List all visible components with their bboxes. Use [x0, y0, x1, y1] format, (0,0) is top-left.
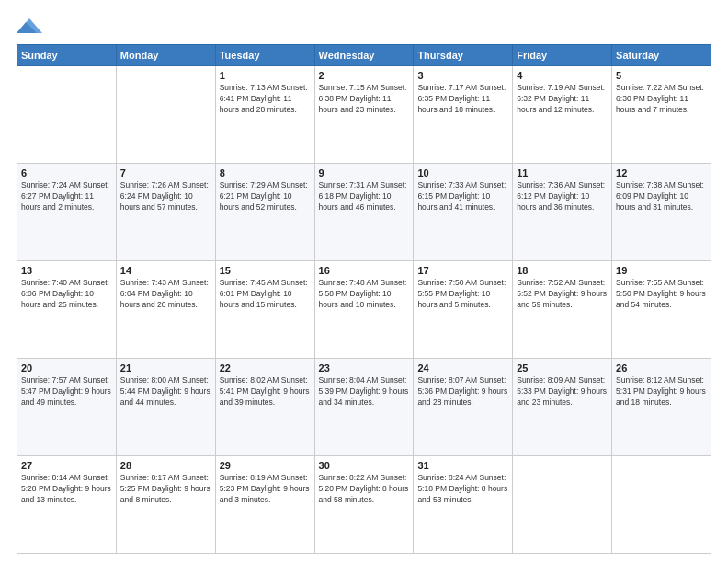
cell-content: Sunrise: 7:36 AM Sunset: 6:12 PM Dayligh…	[517, 180, 608, 213]
logo-icon	[17, 17, 42, 37]
calendar-table: SundayMondayTuesdayWednesdayThursdayFrid…	[17, 44, 711, 554]
calendar-cell: 10Sunrise: 7:33 AM Sunset: 6:15 PM Dayli…	[414, 164, 513, 261]
cell-content: Sunrise: 7:55 AM Sunset: 5:50 PM Dayligh…	[616, 278, 707, 311]
calendar-cell: 1Sunrise: 7:13 AM Sunset: 6:41 PM Daylig…	[215, 66, 314, 164]
calendar-week-0: 1Sunrise: 7:13 AM Sunset: 6:41 PM Daylig…	[17, 66, 711, 164]
cell-content: Sunrise: 7:19 AM Sunset: 6:32 PM Dayligh…	[517, 83, 608, 116]
day-number: 25	[517, 362, 608, 373]
calendar-cell: 9Sunrise: 7:31 AM Sunset: 6:18 PM Daylig…	[314, 164, 414, 261]
calendar-cell	[612, 456, 711, 554]
day-number: 13	[21, 265, 112, 276]
calendar-cell: 22Sunrise: 8:02 AM Sunset: 5:41 PM Dayli…	[215, 359, 314, 456]
calendar-cell: 18Sunrise: 7:52 AM Sunset: 5:52 PM Dayli…	[513, 261, 612, 359]
calendar-cell: 8Sunrise: 7:29 AM Sunset: 6:21 PM Daylig…	[215, 164, 314, 261]
cell-content: Sunrise: 7:45 AM Sunset: 6:01 PM Dayligh…	[220, 278, 311, 311]
cell-content: Sunrise: 7:57 AM Sunset: 5:47 PM Dayligh…	[21, 375, 112, 408]
day-number: 14	[120, 265, 211, 276]
cell-content: Sunrise: 7:26 AM Sunset: 6:24 PM Dayligh…	[120, 180, 211, 213]
calendar-cell: 29Sunrise: 8:19 AM Sunset: 5:23 PM Dayli…	[215, 456, 314, 554]
calendar-cell: 23Sunrise: 8:04 AM Sunset: 5:39 PM Dayli…	[314, 359, 414, 456]
calendar-cell: 20Sunrise: 7:57 AM Sunset: 5:47 PM Dayli…	[17, 359, 117, 456]
calendar-cell: 26Sunrise: 8:12 AM Sunset: 5:31 PM Dayli…	[612, 359, 711, 456]
cell-content: Sunrise: 7:33 AM Sunset: 6:15 PM Dayligh…	[417, 180, 508, 213]
day-number: 31	[417, 460, 508, 471]
calendar-cell: 5Sunrise: 7:22 AM Sunset: 6:30 PM Daylig…	[612, 66, 711, 164]
calendar-week-3: 20Sunrise: 7:57 AM Sunset: 5:47 PM Dayli…	[17, 359, 711, 456]
cell-content: Sunrise: 7:52 AM Sunset: 5:52 PM Dayligh…	[517, 278, 608, 311]
cell-content: Sunrise: 7:22 AM Sunset: 6:30 PM Dayligh…	[616, 83, 707, 116]
cell-content: Sunrise: 7:17 AM Sunset: 6:35 PM Dayligh…	[417, 83, 508, 116]
cell-content: Sunrise: 8:17 AM Sunset: 5:25 PM Dayligh…	[120, 473, 211, 506]
cell-content: Sunrise: 7:43 AM Sunset: 6:04 PM Dayligh…	[120, 278, 211, 311]
calendar-week-2: 13Sunrise: 7:40 AM Sunset: 6:06 PM Dayli…	[17, 261, 711, 359]
day-number: 24	[417, 362, 508, 373]
day-number: 20	[21, 362, 112, 373]
calendar-cell: 16Sunrise: 7:48 AM Sunset: 5:58 PM Dayli…	[314, 261, 414, 359]
day-number: 2	[319, 70, 410, 81]
cell-content: Sunrise: 7:15 AM Sunset: 6:38 PM Dayligh…	[319, 83, 410, 116]
calendar-cell: 17Sunrise: 7:50 AM Sunset: 5:55 PM Dayli…	[414, 261, 513, 359]
calendar-cell: 3Sunrise: 7:17 AM Sunset: 6:35 PM Daylig…	[414, 66, 513, 164]
day-number: 17	[417, 265, 508, 276]
day-number: 6	[21, 167, 112, 178]
day-number: 27	[21, 460, 112, 471]
day-number: 30	[319, 460, 410, 471]
cell-content: Sunrise: 8:00 AM Sunset: 5:44 PM Dayligh…	[120, 375, 211, 408]
calendar-cell: 28Sunrise: 8:17 AM Sunset: 5:25 PM Dayli…	[116, 456, 215, 554]
day-number: 10	[417, 167, 508, 178]
calendar-cell: 30Sunrise: 8:22 AM Sunset: 5:20 PM Dayli…	[314, 456, 414, 554]
cell-content: Sunrise: 8:12 AM Sunset: 5:31 PM Dayligh…	[616, 375, 707, 408]
day-number: 19	[616, 265, 707, 276]
calendar-cell: 12Sunrise: 7:38 AM Sunset: 6:09 PM Dayli…	[612, 164, 711, 261]
day-number: 16	[319, 265, 410, 276]
calendar-cell: 25Sunrise: 8:09 AM Sunset: 5:33 PM Dayli…	[513, 359, 612, 456]
day-number: 23	[319, 362, 410, 373]
weekday-header-monday: Monday	[116, 45, 215, 66]
calendar-cell	[17, 66, 117, 164]
header	[17, 17, 711, 37]
calendar-cell: 4Sunrise: 7:19 AM Sunset: 6:32 PM Daylig…	[513, 66, 612, 164]
day-number: 15	[220, 265, 311, 276]
weekday-header-friday: Friday	[513, 45, 612, 66]
cell-content: Sunrise: 8:14 AM Sunset: 5:28 PM Dayligh…	[21, 473, 112, 506]
day-number: 28	[120, 460, 211, 471]
calendar-week-4: 27Sunrise: 8:14 AM Sunset: 5:28 PM Dayli…	[17, 456, 711, 554]
weekday-header-tuesday: Tuesday	[215, 45, 314, 66]
calendar-cell: 19Sunrise: 7:55 AM Sunset: 5:50 PM Dayli…	[612, 261, 711, 359]
calendar-cell	[513, 456, 612, 554]
cell-content: Sunrise: 8:07 AM Sunset: 5:36 PM Dayligh…	[417, 375, 508, 408]
cell-content: Sunrise: 7:31 AM Sunset: 6:18 PM Dayligh…	[319, 180, 410, 213]
cell-content: Sunrise: 8:04 AM Sunset: 5:39 PM Dayligh…	[319, 375, 410, 408]
day-number: 8	[220, 167, 311, 178]
day-number: 29	[220, 460, 311, 471]
calendar-cell: 2Sunrise: 7:15 AM Sunset: 6:38 PM Daylig…	[314, 66, 414, 164]
calendar-cell: 11Sunrise: 7:36 AM Sunset: 6:12 PM Dayli…	[513, 164, 612, 261]
cell-content: Sunrise: 8:09 AM Sunset: 5:33 PM Dayligh…	[517, 375, 608, 408]
calendar-cell: 21Sunrise: 8:00 AM Sunset: 5:44 PM Dayli…	[116, 359, 215, 456]
calendar-cell: 7Sunrise: 7:26 AM Sunset: 6:24 PM Daylig…	[116, 164, 215, 261]
calendar-cell: 14Sunrise: 7:43 AM Sunset: 6:04 PM Dayli…	[116, 261, 215, 359]
day-number: 3	[417, 70, 508, 81]
day-number: 12	[616, 167, 707, 178]
day-number: 26	[616, 362, 707, 373]
day-number: 18	[517, 265, 608, 276]
day-number: 21	[120, 362, 211, 373]
cell-content: Sunrise: 7:13 AM Sunset: 6:41 PM Dayligh…	[220, 83, 311, 116]
day-number: 1	[220, 70, 311, 81]
cell-content: Sunrise: 7:29 AM Sunset: 6:21 PM Dayligh…	[220, 180, 311, 213]
day-number: 7	[120, 167, 211, 178]
day-number: 4	[517, 70, 608, 81]
weekday-header-row: SundayMondayTuesdayWednesdayThursdayFrid…	[17, 45, 711, 66]
logo	[17, 17, 46, 37]
weekday-header-saturday: Saturday	[612, 45, 711, 66]
page: SundayMondayTuesdayWednesdayThursdayFrid…	[0, 0, 728, 563]
cell-content: Sunrise: 7:50 AM Sunset: 5:55 PM Dayligh…	[417, 278, 508, 311]
cell-content: Sunrise: 8:24 AM Sunset: 5:18 PM Dayligh…	[417, 473, 508, 506]
weekday-header-sunday: Sunday	[17, 45, 117, 66]
weekday-header-thursday: Thursday	[414, 45, 513, 66]
weekday-header-wednesday: Wednesday	[314, 45, 414, 66]
day-number: 5	[616, 70, 707, 81]
calendar-cell: 15Sunrise: 7:45 AM Sunset: 6:01 PM Dayli…	[215, 261, 314, 359]
calendar-cell: 27Sunrise: 8:14 AM Sunset: 5:28 PM Dayli…	[17, 456, 117, 554]
calendar-cell: 13Sunrise: 7:40 AM Sunset: 6:06 PM Dayli…	[17, 261, 117, 359]
